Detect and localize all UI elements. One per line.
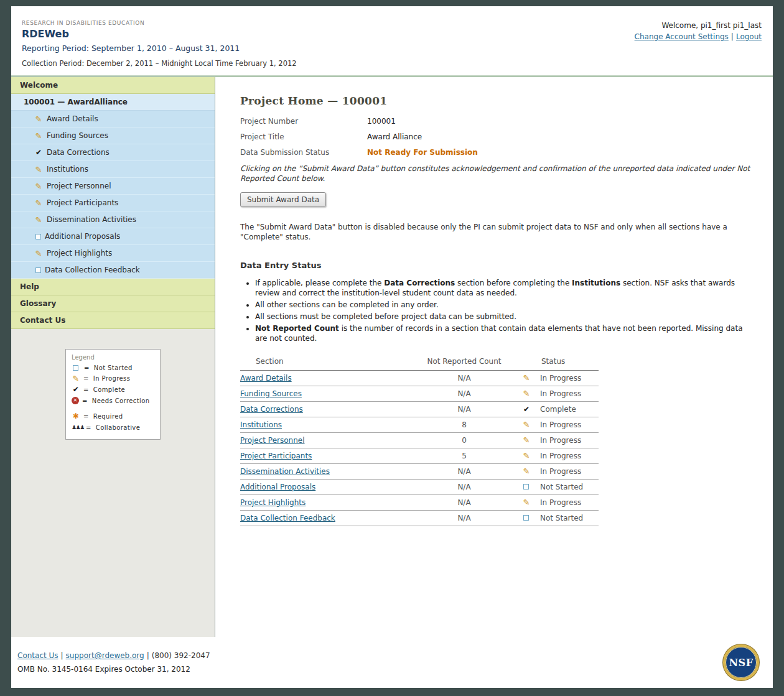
section-cell: Data Corrections [240, 402, 414, 417]
status-icon-cell: ✎ [514, 464, 539, 480]
section-cell: Project Personnel [240, 433, 414, 448]
section-link-project-personnel[interactable]: Project Personnel [240, 436, 305, 445]
submit-acknowledgement-note: Clicking on the “Submit Award Data” butt… [240, 164, 750, 183]
table-row: Project Participants5✎In Progress [240, 448, 599, 464]
section-column-header: Section [240, 355, 414, 371]
section-link-dissemination-activities[interactable]: Dissemination Activities [240, 467, 330, 476]
legend-title: Legend [72, 354, 155, 361]
footer-separator: | [61, 651, 63, 660]
section-cell: Project Participants [240, 448, 414, 464]
sidebar-item-welcome[interactable]: Welcome [11, 77, 215, 94]
section-link-data-collection-feedback[interactable]: Data Collection Feedback [240, 514, 335, 522]
pencil-icon: ✎ [522, 420, 531, 429]
equals-sign: = [86, 424, 91, 431]
main-content: Project Home — 100001 Project Number 100… [215, 77, 773, 637]
not-reported-count: 5 [414, 448, 514, 464]
status-text: In Progress [539, 448, 599, 464]
section-link-funding-sources[interactable]: Funding Sources [240, 389, 302, 398]
sidebar-item-contact-us[interactable]: Contact Us [11, 312, 215, 329]
pencil-icon: ✎ [34, 132, 43, 140]
sidebar-item-glossary[interactable]: Glossary [11, 295, 215, 312]
not-reported-count: N/A [414, 495, 514, 511]
sidebar-item-label: Funding Sources [47, 131, 108, 140]
sidebar-item-data-corrections[interactable]: ✔Data Corrections [11, 144, 215, 161]
status-icon-cell [514, 480, 539, 495]
section-link-institutions[interactable]: Institutions [240, 420, 282, 429]
legend-label: Needs Correction [92, 397, 150, 404]
data-entry-status-heading: Data Entry Status [240, 261, 750, 270]
footer-email-link[interactable]: support@rdeweb.org [66, 651, 144, 660]
page-title: Project Home — 100001 [240, 95, 750, 107]
sidebar-item-label: Project Highlights [47, 249, 112, 258]
sidebar-item-help[interactable]: Help [11, 279, 215, 295]
sidebar-item-award-details[interactable]: ✎Award Details [11, 111, 215, 128]
bullet-item: Not Reported Count is the number of reco… [255, 323, 750, 343]
links-separator: | [731, 32, 734, 41]
sidebar-item-funding-sources[interactable]: ✎Funding Sources [11, 128, 215, 144]
table-row: Data CorrectionsN/A✔Complete [240, 402, 599, 417]
legend-label: Required [93, 413, 123, 420]
square-icon [35, 267, 41, 273]
not-reported-count: N/A [414, 386, 514, 402]
header: RESEARCH IN DISABILITIES EDUCATION RDEWe… [11, 6, 773, 75]
body: Welcome 100001 — AwardAlliance ✎Award De… [11, 77, 773, 637]
sidebar-item-label: Data Collection Feedback [45, 266, 140, 274]
sidebar-item-project-highlights[interactable]: ✎Project Highlights [11, 245, 215, 262]
nsf-logo: NSF [723, 644, 759, 680]
app-title: RDEWeb [22, 28, 297, 40]
sidebar-item-label: Additional Proposals [45, 232, 120, 241]
field-label: Project Number [240, 117, 367, 126]
table-row: Project Personnel0✎In Progress [240, 433, 599, 448]
section-link-award-details[interactable]: Award Details [240, 374, 292, 383]
sidebar-item-label: Project Personnel [47, 182, 111, 190]
table-row: Additional ProposalsN/ANot Started [240, 480, 599, 495]
pencil-icon: ✎ [522, 436, 531, 444]
nsf-logo-text: NSF [729, 657, 753, 669]
footer-phone: (800) 392-2047 [152, 651, 210, 660]
field-data-submission-status: Data Submission Status Not Ready For Sub… [240, 148, 750, 157]
people-icon: ♟♟♟ [72, 424, 83, 432]
sidebar-item-project[interactable]: 100001 — AwardAlliance [11, 94, 215, 111]
change-account-settings-link[interactable]: Change Account Settings [635, 32, 729, 41]
legend-label: Complete [93, 386, 125, 393]
status-text: Not Started [539, 480, 599, 495]
submit-award-data-button[interactable]: Submit Award Data [240, 192, 326, 207]
section-link-project-highlights[interactable]: Project Highlights [240, 498, 306, 507]
project-number-value: 100001 [367, 117, 396, 126]
legend-items: =Not Started✎=In Progress✔=Complete✕=Nee… [72, 364, 155, 432]
sidebar-item-project-personnel[interactable]: ✎Project Personnel [11, 178, 215, 195]
footer-contact-link[interactable]: Contact Us [17, 651, 58, 660]
asterisk-icon: ✱ [72, 412, 80, 420]
section-link-project-participants[interactable]: Project Participants [240, 452, 312, 460]
pencil-icon: ✎ [34, 115, 43, 123]
table-row: Project HighlightsN/A✎In Progress [240, 495, 599, 511]
check-icon: ✔ [34, 149, 43, 157]
bullet-item: If applicable, please complete the Data … [255, 278, 750, 298]
status-text: In Progress [539, 464, 599, 480]
pencil-icon: ✎ [34, 216, 43, 224]
page: RESEARCH IN DISABILITIES EDUCATION RDEWe… [11, 6, 773, 688]
sidebar-item-institutions[interactable]: ✎Institutions [11, 161, 215, 178]
app-supertitle: RESEARCH IN DISABILITIES EDUCATION [22, 20, 297, 26]
section-link-additional-proposals[interactable]: Additional Proposals [240, 483, 315, 491]
section-link-data-corrections[interactable]: Data Corrections [240, 405, 303, 414]
logout-link[interactable]: Logout [736, 32, 762, 41]
sidebar-subitems: ✎Award Details✎Funding Sources✔Data Corr… [11, 111, 215, 279]
not-reported-count: 8 [414, 417, 514, 433]
not-reported-count-column-header: Not Reported Count [414, 355, 514, 371]
section-cell: Institutions [240, 417, 414, 433]
pencil-icon: ✎ [522, 467, 531, 475]
sidebar-item-project-participants[interactable]: ✎Project Participants [11, 195, 215, 211]
status-icon-cell: ✎ [514, 433, 539, 448]
equals-sign: = [83, 375, 89, 382]
sidebar-item-additional-proposals[interactable]: Additional Proposals [11, 228, 215, 245]
header-left: RESEARCH IN DISABILITIES EDUCATION RDEWe… [22, 20, 297, 68]
field-project-title: Project Title Award Alliance [240, 132, 750, 141]
legend: Legend =Not Started✎=In Progress✔=Comple… [65, 349, 161, 440]
button-disabled-note: The "Submit Award Data" button is disabl… [240, 222, 750, 242]
status-text: In Progress [539, 433, 599, 448]
sidebar-item-data-collection-feedback[interactable]: Data Collection Feedback [11, 262, 215, 279]
pencil-icon: ✎ [522, 374, 531, 382]
sidebar-item-dissemination-activities[interactable]: ✎Dissemination Activities [11, 211, 215, 228]
section-cell: Data Collection Feedback [240, 511, 414, 526]
